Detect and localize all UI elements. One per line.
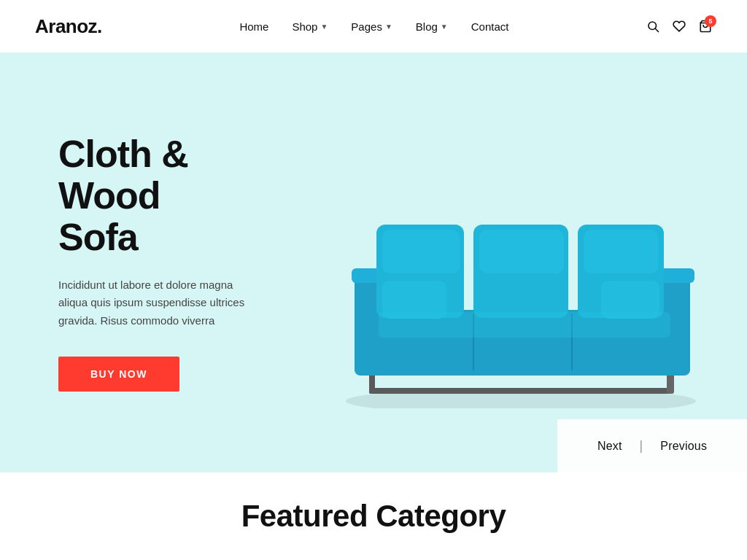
- svg-rect-19: [382, 230, 460, 273]
- nav-link-contact[interactable]: Contact: [471, 20, 509, 33]
- hero-image: [295, 52, 747, 472]
- main-nav: Home Shop ▼ Pages ▼ Blog ▼: [239, 20, 508, 33]
- sofa-illustration: [309, 117, 732, 408]
- nav-item-blog[interactable]: Blog ▼: [416, 20, 448, 33]
- slider-controls: Next | Previous: [557, 419, 747, 472]
- svg-line-1: [656, 29, 659, 32]
- nav-link-shop[interactable]: Shop ▼: [292, 20, 328, 33]
- hero-title: Cloth & WoodSofa: [58, 133, 255, 259]
- hero-content: Cloth & WoodSofa Incididunt ut labore et…: [0, 133, 314, 392]
- svg-rect-6: [369, 388, 673, 394]
- nav-item-contact[interactable]: Contact: [471, 20, 509, 33]
- header: Aranoz. Home Shop ▼ Pages ▼ Blog: [0, 0, 747, 52]
- heart-icon: [673, 20, 686, 33]
- next-button[interactable]: Next: [597, 440, 622, 453]
- search-icon: [646, 20, 659, 33]
- buy-now-button[interactable]: BUY NOW: [58, 357, 179, 392]
- chevron-down-icon: ▼: [320, 23, 328, 31]
- cart-button[interactable]: 5: [699, 20, 712, 33]
- chevron-down-icon: ▼: [441, 23, 448, 31]
- cart-count: 5: [705, 15, 716, 27]
- nav-item-shop[interactable]: Shop ▼: [292, 20, 328, 33]
- search-button[interactable]: [646, 20, 659, 33]
- nav-divider: |: [640, 438, 643, 454]
- header-icons: 5: [646, 20, 712, 33]
- nav-item-pages[interactable]: Pages ▼: [351, 20, 392, 33]
- svg-rect-21: [584, 230, 658, 273]
- wishlist-button[interactable]: [673, 20, 686, 33]
- nav-link-pages[interactable]: Pages ▼: [351, 20, 392, 33]
- featured-title: Featured Category: [241, 499, 506, 534]
- nav-item-home[interactable]: Home: [239, 20, 268, 33]
- hero-section: Cloth & WoodSofa Incididunt ut labore et…: [0, 52, 747, 472]
- svg-rect-24: [379, 312, 670, 338]
- logo[interactable]: Aranoz.: [35, 15, 102, 38]
- nav-link-home[interactable]: Home: [239, 20, 268, 33]
- hero-description: Incididunt ut labore et dolore magna ali…: [58, 276, 255, 330]
- nav-link-blog[interactable]: Blog ▼: [416, 20, 448, 33]
- chevron-down-icon: ▼: [385, 23, 392, 31]
- previous-button[interactable]: Previous: [660, 440, 707, 453]
- svg-rect-20: [479, 230, 564, 273]
- svg-point-0: [649, 22, 657, 30]
- featured-section: Featured Category: [0, 472, 747, 560]
